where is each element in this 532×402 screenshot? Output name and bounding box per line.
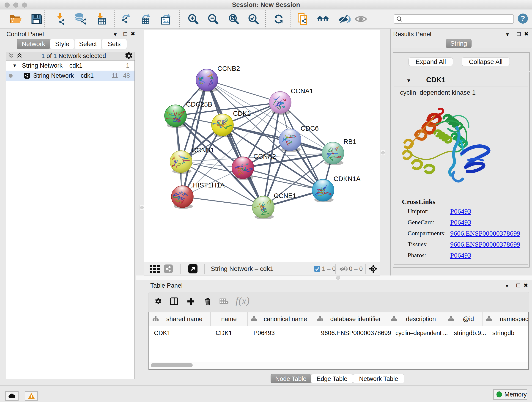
svg-text:CDC25B: CDC25B: [186, 101, 212, 108]
svg-text:CDK1: CDK1: [233, 110, 251, 117]
svg-text:?: ?: [520, 14, 525, 22]
svg-text:RB1: RB1: [343, 138, 356, 145]
svg-text:CCNA2: CCNA2: [253, 153, 276, 160]
svg-text:CCNB1: CCNB1: [191, 147, 214, 154]
svg-text:CCNB2: CCNB2: [217, 65, 240, 72]
svg-text:CDKN1A: CDKN1A: [334, 175, 361, 182]
svg-text:CCNE1: CCNE1: [274, 192, 296, 199]
svg-text:CCNA1: CCNA1: [291, 87, 313, 95]
svg-text:HIST1H1A: HIST1H1A: [193, 182, 225, 189]
svg-text:CDC6: CDC6: [301, 125, 319, 132]
